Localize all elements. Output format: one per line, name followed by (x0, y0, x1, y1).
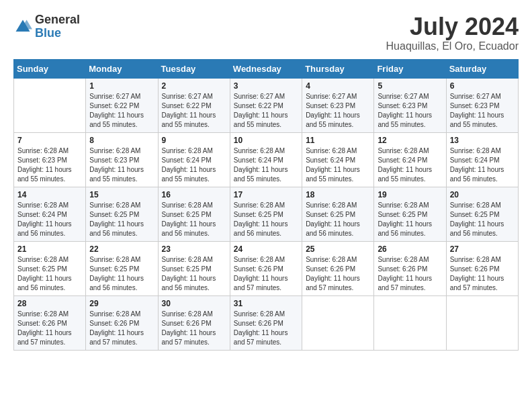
calendar-day-cell: 18Sunrise: 6:28 AM Sunset: 6:25 PM Dayli… (302, 187, 374, 241)
day-number: 6 (450, 81, 515, 91)
calendar-week-row: 7Sunrise: 6:28 AM Sunset: 6:23 PM Daylig… (14, 132, 519, 187)
day-number: 18 (306, 190, 370, 199)
calendar-day-cell: 21Sunrise: 6:28 AM Sunset: 6:25 PM Dayli… (14, 241, 86, 295)
calendar-day-cell: 3Sunrise: 6:27 AM Sunset: 6:22 PM Daylig… (230, 78, 302, 132)
day-number: 22 (89, 244, 154, 254)
calendar-day-cell: 13Sunrise: 6:28 AM Sunset: 6:24 PM Dayli… (446, 132, 518, 187)
calendar-day-cell: 19Sunrise: 6:28 AM Sunset: 6:25 PM Dayli… (374, 187, 446, 241)
day-info: Sunrise: 6:28 AM Sunset: 6:26 PM Dayligh… (378, 255, 442, 293)
day-number: 28 (17, 299, 82, 308)
calendar-day-cell: 17Sunrise: 6:28 AM Sunset: 6:25 PM Dayli… (230, 187, 302, 241)
calendar-day-cell: 10Sunrise: 6:28 AM Sunset: 6:24 PM Dayli… (230, 132, 302, 187)
day-number: 12 (378, 136, 442, 145)
calendar-day-cell (446, 295, 518, 350)
day-number: 14 (17, 190, 82, 199)
day-info: Sunrise: 6:28 AM Sunset: 6:26 PM Dayligh… (306, 255, 370, 293)
calendar-day-cell: 25Sunrise: 6:28 AM Sunset: 6:26 PM Dayli… (302, 241, 374, 295)
day-number: 9 (162, 136, 226, 145)
day-of-week-header: Thursday (302, 59, 374, 78)
calendar-day-cell: 27Sunrise: 6:28 AM Sunset: 6:26 PM Dayli… (446, 241, 518, 295)
month-year-title: July 2024 (386, 13, 519, 40)
day-number: 31 (234, 299, 298, 308)
day-number: 23 (162, 244, 226, 254)
day-info: Sunrise: 6:27 AM Sunset: 6:23 PM Dayligh… (450, 92, 515, 130)
day-info: Sunrise: 6:28 AM Sunset: 6:23 PM Dayligh… (89, 146, 154, 184)
calendar-day-cell: 11Sunrise: 6:28 AM Sunset: 6:24 PM Dayli… (302, 132, 374, 187)
day-info: Sunrise: 6:28 AM Sunset: 6:26 PM Dayligh… (234, 310, 298, 347)
day-number: 4 (306, 81, 370, 91)
calendar-week-row: 21Sunrise: 6:28 AM Sunset: 6:25 PM Dayli… (14, 241, 519, 295)
logo: General Blue (13, 13, 80, 40)
day-info: Sunrise: 6:28 AM Sunset: 6:25 PM Dayligh… (306, 201, 370, 238)
day-info: Sunrise: 6:28 AM Sunset: 6:26 PM Dayligh… (89, 310, 154, 347)
day-number: 21 (17, 244, 82, 254)
logo-text: General Blue (35, 13, 80, 40)
day-info: Sunrise: 6:28 AM Sunset: 6:24 PM Dayligh… (17, 201, 82, 238)
day-info: Sunrise: 6:27 AM Sunset: 6:23 PM Dayligh… (378, 92, 442, 130)
day-number: 27 (450, 244, 515, 254)
calendar-day-cell: 29Sunrise: 6:28 AM Sunset: 6:26 PM Dayli… (86, 295, 158, 350)
calendar-day-cell (302, 295, 374, 350)
day-info: Sunrise: 6:28 AM Sunset: 6:25 PM Dayligh… (378, 201, 442, 238)
day-info: Sunrise: 6:28 AM Sunset: 6:25 PM Dayligh… (17, 255, 82, 293)
calendar-day-cell: 12Sunrise: 6:28 AM Sunset: 6:24 PM Dayli… (374, 132, 446, 187)
calendar-week-row: 28Sunrise: 6:28 AM Sunset: 6:26 PM Dayli… (14, 295, 519, 350)
calendar-day-cell: 6Sunrise: 6:27 AM Sunset: 6:23 PM Daylig… (446, 78, 518, 132)
day-info: Sunrise: 6:28 AM Sunset: 6:26 PM Dayligh… (234, 255, 298, 293)
day-info: Sunrise: 6:28 AM Sunset: 6:26 PM Dayligh… (17, 310, 82, 347)
calendar-week-row: 1Sunrise: 6:27 AM Sunset: 6:22 PM Daylig… (14, 78, 519, 132)
day-number: 17 (234, 190, 298, 199)
day-number: 7 (17, 136, 82, 145)
day-number: 24 (234, 244, 298, 254)
day-number: 11 (306, 136, 370, 145)
day-info: Sunrise: 6:27 AM Sunset: 6:23 PM Dayligh… (306, 92, 370, 130)
day-info: Sunrise: 6:28 AM Sunset: 6:24 PM Dayligh… (378, 146, 442, 184)
calendar-day-cell: 9Sunrise: 6:28 AM Sunset: 6:24 PM Daylig… (158, 132, 230, 187)
day-number: 26 (378, 244, 442, 254)
calendar-day-cell (14, 78, 86, 132)
calendar-day-cell: 16Sunrise: 6:28 AM Sunset: 6:25 PM Dayli… (158, 187, 230, 241)
day-of-week-header: Friday (374, 59, 446, 78)
calendar-day-cell: 14Sunrise: 6:28 AM Sunset: 6:24 PM Dayli… (14, 187, 86, 241)
logo-general: General (35, 13, 80, 27)
day-of-week-header: Wednesday (230, 59, 302, 78)
day-number: 2 (162, 81, 226, 91)
calendar-day-cell: 1Sunrise: 6:27 AM Sunset: 6:22 PM Daylig… (86, 78, 158, 132)
calendar-header-row: SundayMondayTuesdayWednesdayThursdayFrid… (14, 59, 519, 78)
day-number: 30 (162, 299, 226, 308)
calendar-day-cell: 28Sunrise: 6:28 AM Sunset: 6:26 PM Dayli… (14, 295, 86, 350)
logo-icon (13, 17, 32, 36)
day-of-week-header: Saturday (446, 59, 518, 78)
day-number: 16 (162, 190, 226, 199)
calendar-day-cell: 2Sunrise: 6:27 AM Sunset: 6:22 PM Daylig… (158, 78, 230, 132)
day-info: Sunrise: 6:28 AM Sunset: 6:25 PM Dayligh… (162, 201, 226, 238)
day-number: 5 (378, 81, 442, 91)
calendar-day-cell: 30Sunrise: 6:28 AM Sunset: 6:26 PM Dayli… (158, 295, 230, 350)
day-info: Sunrise: 6:28 AM Sunset: 6:26 PM Dayligh… (450, 255, 515, 293)
day-number: 10 (234, 136, 298, 145)
calendar-day-cell: 24Sunrise: 6:28 AM Sunset: 6:26 PM Dayli… (230, 241, 302, 295)
day-info: Sunrise: 6:28 AM Sunset: 6:24 PM Dayligh… (306, 146, 370, 184)
page-header: General Blue July 2024 Huaquillas, El Or… (13, 13, 519, 52)
calendar-week-row: 14Sunrise: 6:28 AM Sunset: 6:24 PM Dayli… (14, 187, 519, 241)
calendar-day-cell: 22Sunrise: 6:28 AM Sunset: 6:25 PM Dayli… (86, 241, 158, 295)
day-info: Sunrise: 6:28 AM Sunset: 6:25 PM Dayligh… (89, 255, 154, 293)
day-number: 20 (450, 190, 515, 199)
calendar-day-cell: 26Sunrise: 6:28 AM Sunset: 6:26 PM Dayli… (374, 241, 446, 295)
day-info: Sunrise: 6:28 AM Sunset: 6:26 PM Dayligh… (162, 310, 226, 347)
day-info: Sunrise: 6:28 AM Sunset: 6:25 PM Dayligh… (450, 201, 515, 238)
day-number: 15 (89, 190, 154, 199)
day-number: 19 (378, 190, 442, 199)
title-block: July 2024 Huaquillas, El Oro, Ecuador (386, 13, 519, 52)
calendar-day-cell: 4Sunrise: 6:27 AM Sunset: 6:23 PM Daylig… (302, 78, 374, 132)
day-info: Sunrise: 6:28 AM Sunset: 6:25 PM Dayligh… (234, 201, 298, 238)
calendar-table: SundayMondayTuesdayWednesdayThursdayFrid… (13, 59, 519, 351)
calendar-day-cell: 31Sunrise: 6:28 AM Sunset: 6:26 PM Dayli… (230, 295, 302, 350)
day-info: Sunrise: 6:28 AM Sunset: 6:24 PM Dayligh… (162, 146, 226, 184)
day-number: 8 (89, 136, 154, 145)
day-number: 3 (234, 81, 298, 91)
calendar-day-cell (374, 295, 446, 350)
day-info: Sunrise: 6:28 AM Sunset: 6:25 PM Dayligh… (162, 255, 226, 293)
calendar-day-cell: 7Sunrise: 6:28 AM Sunset: 6:23 PM Daylig… (14, 132, 86, 187)
day-number: 29 (89, 299, 154, 308)
